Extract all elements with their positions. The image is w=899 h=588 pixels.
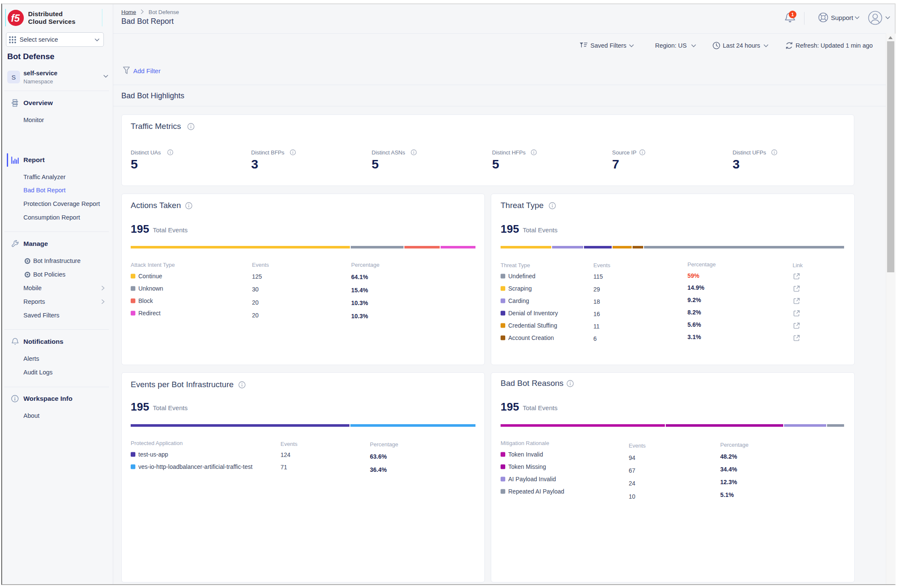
svg-text:f5: f5 bbox=[11, 13, 20, 24]
